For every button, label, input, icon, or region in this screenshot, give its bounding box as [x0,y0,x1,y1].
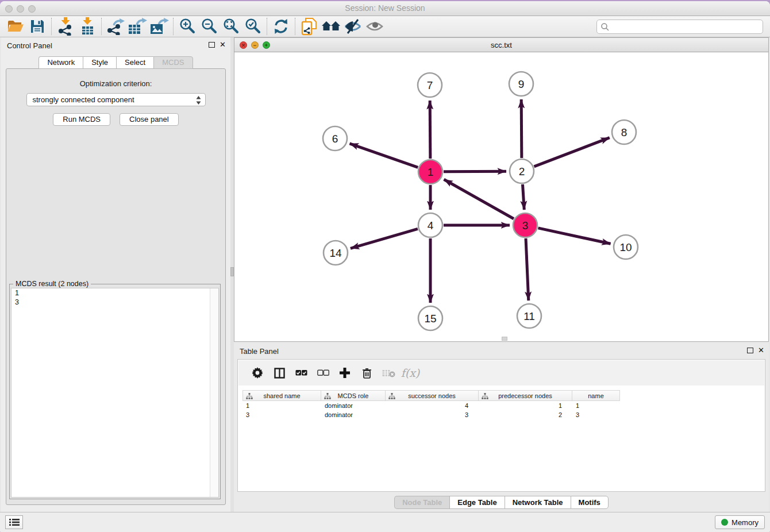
cell-shared-name[interactable]: 1 [242,401,321,410]
save-session-button[interactable] [26,17,48,36]
run-mcds-button[interactable]: Run MCDS [53,113,110,126]
graph-node-14[interactable]: 14 [324,241,348,265]
graph-node-4[interactable]: 4 [418,213,442,237]
home-layout-button[interactable] [320,17,342,36]
toolbar-divider [267,18,267,35]
open-network-file-button[interactable] [298,17,320,36]
mcds-result-list[interactable]: 1 3 [11,288,219,498]
edge-1-2[interactable] [444,171,506,172]
unselect-all-rows-button[interactable] [312,363,334,383]
edge-2-8[interactable] [534,138,609,167]
refresh-view-button[interactable] [270,17,292,36]
canvas-hscroll-grip[interactable] [502,337,507,341]
zoom-fit-button[interactable] [220,17,242,36]
cell-successor-nodes[interactable]: 3 [386,410,479,419]
delete-table-button[interactable] [378,363,399,383]
column-header-name[interactable]: name [572,390,620,401]
column-header-mcds-role[interactable]: MCDS role [321,390,386,401]
graph-node-9[interactable]: 9 [509,72,533,96]
criterion-dropdown[interactable]: strongly connected component [26,93,206,106]
chevron-updown-icon [195,95,202,109]
zoom-out-button[interactable] [198,17,220,36]
import-table-button[interactable] [76,17,98,36]
network-graph[interactable]: 7968124314101511 [234,52,768,341]
hide-details-button[interactable] [342,17,364,36]
edge-4-14[interactable] [351,229,418,248]
cell-name[interactable]: 1 [572,401,620,410]
network-canvas[interactable]: 7968124314101511 [234,52,769,342]
graph-node-15[interactable]: 15 [418,306,442,330]
column-header-predecessor-nodes[interactable]: predecessor nodes [479,390,572,401]
search-input[interactable] [610,20,763,33]
tab-style[interactable]: Style [83,56,116,69]
graph-node-6[interactable]: 6 [323,126,347,151]
tab-mcds[interactable]: MCDS [153,56,192,69]
node-table[interactable]: shared nameMCDS rolesuccessor nodesprede… [242,390,765,419]
edge-2-9[interactable] [521,99,522,158]
close-panel-button[interactable]: Close panel [120,113,179,126]
column-header-shared-name[interactable]: shared name [242,390,321,401]
graph-node-8[interactable]: 8 [612,120,636,144]
task-history-button[interactable] [5,515,23,529]
zoom-in-button[interactable] [176,17,198,36]
cell-mcds-role[interactable]: dominator [321,401,386,410]
table-row[interactable]: 3dominator323 [242,410,765,419]
show-details-button[interactable] [364,17,386,36]
main-titlebar: Session: New Session [0,1,770,16]
zoom-selected-icon [244,18,261,35]
svg-text:6: 6 [332,133,338,145]
close-panel-icon[interactable]: ✕ [758,347,764,353]
column-header-successor-nodes[interactable]: successor nodes [386,390,479,401]
export-network-button[interactable] [105,17,126,36]
export-table-button[interactable] [126,17,148,36]
function-builder-button[interactable]: f(x) [399,363,421,383]
result-scrollbar[interactable] [210,288,218,497]
cell-shared-name[interactable]: 3 [242,410,321,419]
graph-node-7[interactable]: 7 [418,73,442,97]
float-panel-icon[interactable] [209,42,215,48]
graph-node-1[interactable]: 1 [418,160,442,184]
table-row[interactable]: 1dominator411 [242,401,765,410]
window-title: Session: New Session [0,3,770,13]
graph-node-10[interactable]: 10 [614,235,638,259]
edge-3-10[interactable] [538,228,610,244]
table-header-row: shared nameMCDS rolesuccessor nodesprede… [242,390,765,401]
table-settings-button[interactable] [247,363,268,383]
cell-successor-nodes[interactable]: 4 [386,401,479,410]
search-field[interactable] [596,20,763,34]
cell-name[interactable]: 3 [572,410,620,419]
edge-3-11[interactable] [526,238,529,300]
show-columns-button[interactable] [268,363,290,383]
graph-node-2[interactable]: 2 [510,159,534,183]
tab-edge-table[interactable]: Edge Table [449,496,504,509]
toolbar-divider [51,18,52,35]
zoom-selected-button[interactable] [242,17,264,36]
edge-1-6[interactable] [349,144,418,168]
export-image-button[interactable] [148,17,170,36]
eye-slash-icon [344,18,362,34]
float-panel-icon[interactable] [747,348,753,353]
tab-network-table[interactable]: Network Table [505,496,571,509]
graph-node-3[interactable]: 3 [513,213,537,237]
trash-icon [362,368,372,379]
cell-predecessor-nodes[interactable]: 2 [479,410,572,419]
network-window: ✕ − + scc.txt 7968124314101511 [234,37,769,342]
graph-node-11[interactable]: 11 [517,304,541,328]
close-panel-icon[interactable]: ✕ [220,41,226,48]
tab-node-table[interactable]: Node Table [394,496,449,509]
mcds-result-title: MCDS result (2 nodes) [13,280,91,288]
edge-3-1[interactable] [444,179,514,218]
open-session-button[interactable] [5,17,26,36]
edge-2-3[interactable] [522,184,524,210]
cell-mcds-role[interactable]: dominator [321,410,386,419]
edge-1-7[interactable] [430,101,430,159]
tab-motifs[interactable]: Motifs [571,496,609,509]
tab-select[interactable]: Select [116,56,153,69]
cell-predecessor-nodes[interactable]: 1 [479,401,572,410]
tab-network[interactable]: Network [38,56,83,69]
select-all-rows-button[interactable] [290,363,312,383]
import-network-button[interactable] [55,17,76,36]
memory-button[interactable]: Memory [715,515,765,529]
delete-row-button[interactable] [356,363,378,383]
add-row-button[interactable] [334,363,356,383]
